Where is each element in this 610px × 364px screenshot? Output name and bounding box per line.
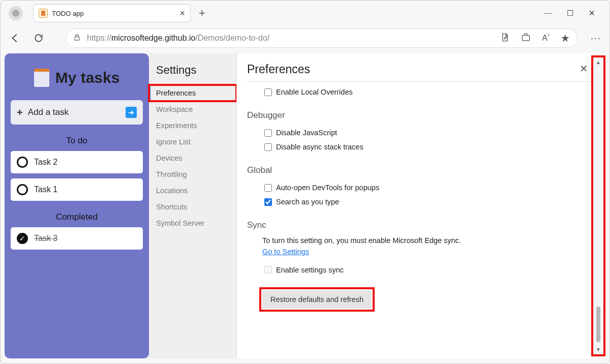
- briefcase-icon[interactable]: [521, 33, 531, 44]
- checkbox-autoopen[interactable]: Auto-open DevTools for popups: [247, 180, 595, 195]
- task-label: Task 2: [34, 158, 57, 167]
- restore-defaults-button[interactable]: Restore defaults and refresh: [262, 290, 372, 309]
- preferences-title: Preferences: [247, 63, 310, 76]
- new-tab-button[interactable]: +: [199, 7, 205, 20]
- content-area: My tasks + Add a task ➜ To do Task 2 Tas…: [1, 50, 609, 363]
- task-checkbox-icon[interactable]: [17, 184, 28, 195]
- favorite-star-icon[interactable]: ★: [561, 32, 570, 44]
- address-bar[interactable]: https://microsoftedge.github.io/Demos/de…: [66, 28, 577, 48]
- svg-rect-0: [75, 37, 79, 40]
- close-icon[interactable]: ✕: [580, 63, 588, 75]
- task-item[interactable]: Task 1: [11, 178, 143, 201]
- browser-titlebar: TODO app × + — ☐ ✕: [1, 1, 609, 26]
- settings-item-locations[interactable]: Locations: [149, 183, 236, 199]
- global-heading: Global: [247, 165, 595, 175]
- todo-section-label: To do: [11, 136, 143, 146]
- submit-task-button[interactable]: ➜: [126, 107, 137, 118]
- url-text: https://microsoftedge.github.io/Demos/de…: [87, 34, 494, 43]
- address-bar-row: https://microsoftedge.github.io/Demos/de…: [1, 26, 609, 50]
- checkbox-input[interactable]: [264, 129, 272, 137]
- scrollbar[interactable]: ▲ ▼: [593, 57, 603, 354]
- checkbox-search-as-type[interactable]: Search as you type: [247, 195, 595, 209]
- task-item-completed[interactable]: ✓ Task 3: [11, 227, 143, 250]
- todo-app-panel: My tasks + Add a task ➜ To do Task 2 Tas…: [5, 53, 149, 358]
- checkbox-input[interactable]: [264, 143, 272, 151]
- tab-title: TODO app: [52, 10, 175, 17]
- preferences-panel: ✕ Preferences Enable Local Overrides Deb…: [236, 53, 605, 358]
- add-task-input[interactable]: + Add a task ➜: [11, 100, 143, 125]
- settings-title: Settings: [149, 64, 236, 85]
- window-close-button[interactable]: ✕: [589, 9, 595, 18]
- back-button[interactable]: [6, 28, 25, 48]
- window-controls: — ☐ ✕: [544, 9, 606, 18]
- sync-heading: Sync: [247, 220, 595, 230]
- app-title: My tasks: [55, 69, 120, 86]
- go-to-settings-link[interactable]: Go to Settings: [262, 248, 309, 256]
- read-aloud-icon[interactable]: A⁾⁾: [542, 33, 550, 43]
- settings-item-throttling[interactable]: Throttling: [149, 166, 236, 183]
- settings-item-shortcuts[interactable]: Shortcuts: [149, 199, 236, 215]
- more-menu-button[interactable]: ···: [591, 33, 601, 44]
- app-header: My tasks: [11, 69, 143, 87]
- scroll-thumb[interactable]: [596, 307, 600, 342]
- refresh-button[interactable]: [29, 28, 48, 48]
- scroll-up-icon[interactable]: ▲: [596, 57, 601, 67]
- checkbox-enable-sync[interactable]: Enable settings sync: [247, 263, 595, 277]
- checkbox-input[interactable]: [264, 184, 272, 192]
- task-label: Task 3: [34, 234, 57, 243]
- completed-section-label: Completed: [11, 212, 143, 222]
- settings-item-workspace[interactable]: Workspace: [149, 101, 236, 117]
- debugger-heading: Debugger: [247, 110, 595, 120]
- settings-item-experiments[interactable]: Experiments: [149, 117, 236, 134]
- task-label: Task 1: [34, 185, 57, 194]
- minimize-button[interactable]: —: [544, 9, 552, 18]
- settings-item-devices[interactable]: Devices: [149, 150, 236, 166]
- settings-item-preferences[interactable]: Preferences: [149, 85, 236, 101]
- maximize-button[interactable]: ☐: [567, 9, 573, 18]
- checkbox-input[interactable]: [264, 266, 272, 274]
- plus-icon: +: [17, 107, 23, 118]
- scroll-down-icon[interactable]: ▼: [596, 345, 601, 354]
- task-checked-icon[interactable]: ✓: [17, 233, 28, 244]
- settings-sidebar: Settings Preferences Workspace Experimen…: [149, 53, 236, 358]
- settings-item-ignore-list[interactable]: Ignore List: [149, 134, 236, 150]
- tab-close-icon[interactable]: ×: [179, 8, 185, 19]
- settings-item-symbol-server[interactable]: Symbol Server: [149, 215, 236, 231]
- task-checkbox-icon[interactable]: [17, 157, 28, 168]
- sync-description: To turn this setting on, you must enable…: [247, 235, 471, 258]
- task-item[interactable]: Task 2: [11, 151, 143, 173]
- checkbox-enable-overrides[interactable]: Enable Local Overrides: [247, 85, 595, 99]
- add-task-label: Add a task: [28, 107, 69, 117]
- checkbox-input[interactable]: [264, 198, 272, 206]
- lock-icon[interactable]: [73, 33, 81, 43]
- edit-icon[interactable]: [500, 33, 510, 44]
- browser-tab[interactable]: TODO app ×: [33, 4, 191, 22]
- clipboard-icon: [34, 69, 49, 87]
- checkbox-disable-async[interactable]: Disable async stack traces: [247, 140, 595, 154]
- checkbox-input[interactable]: [264, 88, 272, 96]
- profile-avatar[interactable]: [9, 6, 23, 20]
- tab-favicon: [39, 9, 48, 18]
- svg-rect-1: [523, 35, 530, 40]
- checkbox-disable-js[interactable]: Disable JavaScript: [247, 126, 595, 140]
